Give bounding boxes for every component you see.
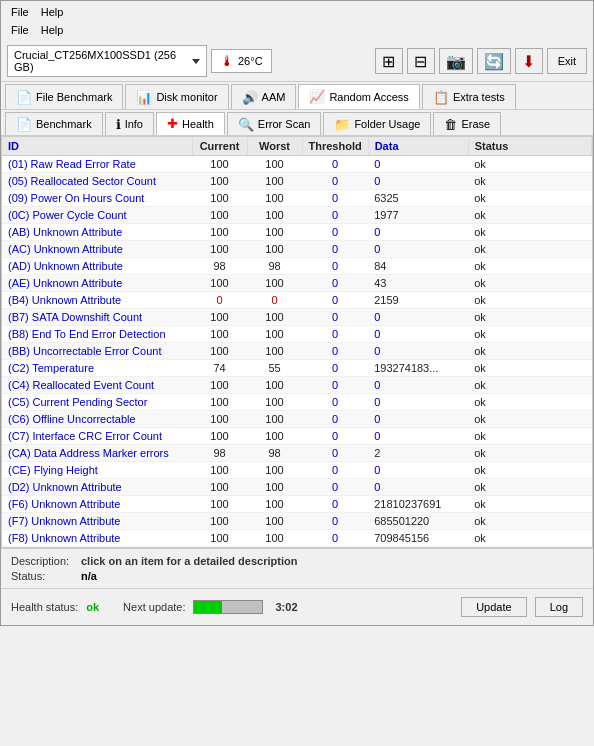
- menu-file-1[interactable]: File: [5, 4, 35, 20]
- cell-id: (C2) Temperature: [2, 360, 192, 377]
- cell-data: 0: [368, 224, 468, 241]
- cell-current: 100: [192, 530, 247, 547]
- toolbar-btn-2[interactable]: ⊟: [407, 48, 435, 74]
- toolbar-btn-down[interactable]: ⬇: [515, 48, 543, 74]
- log-button[interactable]: Log: [535, 597, 583, 617]
- table-row[interactable]: (C4) Reallocated Event Count10010000ok: [2, 377, 592, 394]
- tab-aam-label: AAM: [262, 91, 286, 103]
- subtab-folder-usage[interactable]: 📁 Folder Usage: [323, 112, 431, 135]
- table-row[interactable]: (B4) Unknown Attribute0002159ok: [2, 292, 592, 309]
- cell-status: ok: [468, 309, 591, 326]
- table-row[interactable]: (CE) Flying Height10010000ok: [2, 462, 592, 479]
- cell-data: 0: [368, 479, 468, 496]
- table-row[interactable]: (CA) Data Address Marker errors989802ok: [2, 445, 592, 462]
- cell-id: (09) Power On Hours Count: [2, 190, 192, 207]
- table-row[interactable]: (F8) Unknown Attribute1001000709845156ok: [2, 530, 592, 547]
- subtab-benchmark[interactable]: 📄 Benchmark: [5, 112, 103, 135]
- cell-current: 100: [192, 377, 247, 394]
- cell-worst: 100: [247, 530, 302, 547]
- cell-threshold: 0: [302, 190, 368, 207]
- tab-file-benchmark-label: File Benchmark: [36, 91, 112, 103]
- table-row[interactable]: (AD) Unknown Attribute9898084ok: [2, 258, 592, 275]
- smart-table-container[interactable]: ID Current Worst Threshold Data Status (…: [2, 137, 592, 547]
- cell-status: ok: [468, 530, 591, 547]
- table-row[interactable]: (F6) Unknown Attribute100100021810237691…: [2, 496, 592, 513]
- subtab-erase[interactable]: 🗑 Erase: [433, 112, 501, 135]
- cell-current: 100: [192, 513, 247, 530]
- table-row[interactable]: (C6) Offline Uncorrectable10010000ok: [2, 411, 592, 428]
- cell-worst: 100: [247, 479, 302, 496]
- description-label: Description:: [11, 555, 81, 567]
- tab-aam[interactable]: 🔊 AAM: [231, 84, 297, 109]
- subtab-info[interactable]: ℹ Info: [105, 112, 154, 135]
- tab-extra-tests-label: Extra tests: [453, 91, 505, 103]
- table-row[interactable]: (AE) Unknown Attribute100100043ok: [2, 275, 592, 292]
- toolbar-btn-camera[interactable]: 📷: [439, 48, 473, 74]
- exit-button[interactable]: Exit: [547, 48, 587, 74]
- cell-current: 100: [192, 275, 247, 292]
- cell-worst: 55: [247, 360, 302, 377]
- table-row[interactable]: (C2) Temperature74550193274183...ok: [2, 360, 592, 377]
- cell-status: ok: [468, 377, 591, 394]
- menu-help-2[interactable]: Help: [35, 22, 70, 38]
- subtab-error-scan[interactable]: 🔍 Error Scan: [227, 112, 322, 135]
- table-header-row: ID Current Worst Threshold Data Status: [2, 137, 592, 156]
- tab-disk-monitor[interactable]: 📊 Disk monitor: [125, 84, 228, 109]
- info-icon: ℹ: [116, 117, 121, 132]
- cell-id: (F6) Unknown Attribute: [2, 496, 192, 513]
- status-label: Status:: [11, 570, 81, 582]
- cell-threshold: 0: [302, 462, 368, 479]
- cell-worst: 100: [247, 428, 302, 445]
- table-row[interactable]: (C7) Interface CRC Error Count10010000ok: [2, 428, 592, 445]
- health-icon: ✚: [167, 116, 178, 131]
- cell-threshold: 0: [302, 479, 368, 496]
- progress-bar-fill: [194, 601, 221, 613]
- cell-worst: 100: [247, 411, 302, 428]
- subtab-health[interactable]: ✚ Health: [156, 112, 225, 135]
- update-button[interactable]: Update: [461, 597, 526, 617]
- cell-status: ok: [468, 326, 591, 343]
- cell-status: ok: [468, 479, 591, 496]
- menu-file-2[interactable]: File: [5, 22, 35, 38]
- toolbar-btn-refresh[interactable]: 🔄: [477, 48, 511, 74]
- random-access-icon: 📈: [309, 89, 325, 104]
- table-row[interactable]: (D2) Unknown Attribute10010000ok: [2, 479, 592, 496]
- table-row[interactable]: (B7) SATA Downshift Count10010000ok: [2, 309, 592, 326]
- cell-data: 6325: [368, 190, 468, 207]
- cell-data: 0: [368, 462, 468, 479]
- cell-current: 100: [192, 224, 247, 241]
- tab-extra-tests[interactable]: 📋 Extra tests: [422, 84, 516, 109]
- file-benchmark-icon: 📄: [16, 90, 32, 105]
- table-row[interactable]: (C5) Current Pending Sector10010000ok: [2, 394, 592, 411]
- smart-table-body: (01) Raw Read Error Rate10010000ok(05) R…: [2, 156, 592, 547]
- menu-help-1[interactable]: Help: [35, 4, 70, 20]
- cell-current: 100: [192, 173, 247, 190]
- content-area: ID Current Worst Threshold Data Status (…: [1, 136, 593, 548]
- table-row[interactable]: (01) Raw Read Error Rate10010000ok: [2, 156, 592, 173]
- menu-bar-2: File Help: [1, 21, 593, 39]
- cell-status: ok: [468, 207, 591, 224]
- table-row[interactable]: (05) Reallocated Sector Count10010000ok: [2, 173, 592, 190]
- tab-random-access[interactable]: 📈 Random Access: [298, 84, 419, 109]
- cell-threshold: 0: [302, 292, 368, 309]
- drive-selector[interactable]: Crucial_CT256MX100SSD1 (256 GB): [7, 45, 207, 77]
- cell-current: 100: [192, 343, 247, 360]
- tab-file-benchmark[interactable]: 📄 File Benchmark: [5, 84, 123, 109]
- table-row[interactable]: (AB) Unknown Attribute10010000ok: [2, 224, 592, 241]
- toolbar-btn-1[interactable]: ⊞: [375, 48, 403, 74]
- table-row[interactable]: (AC) Unknown Attribute10010000ok: [2, 241, 592, 258]
- cell-status: ok: [468, 258, 591, 275]
- drive-label: Crucial_CT256MX100SSD1 (256 GB): [14, 49, 188, 73]
- cell-current: 98: [192, 258, 247, 275]
- cell-id: (BB) Uncorrectable Error Count: [2, 343, 192, 360]
- sub-tabs: 📄 Benchmark ℹ Info ✚ Health 🔍 Error Scan…: [1, 110, 593, 136]
- cell-status: ok: [468, 156, 591, 173]
- cell-threshold: 0: [302, 530, 368, 547]
- table-row[interactable]: (F7) Unknown Attribute1001000685501220ok: [2, 513, 592, 530]
- col-header-data: Data: [368, 137, 468, 156]
- table-row[interactable]: (0C) Power Cycle Count10010001977ok: [2, 207, 592, 224]
- table-row[interactable]: (09) Power On Hours Count10010006325ok: [2, 190, 592, 207]
- table-row[interactable]: (BB) Uncorrectable Error Count10010000ok: [2, 343, 592, 360]
- table-row[interactable]: (B8) End To End Error Detection10010000o…: [2, 326, 592, 343]
- cell-status: ok: [468, 445, 591, 462]
